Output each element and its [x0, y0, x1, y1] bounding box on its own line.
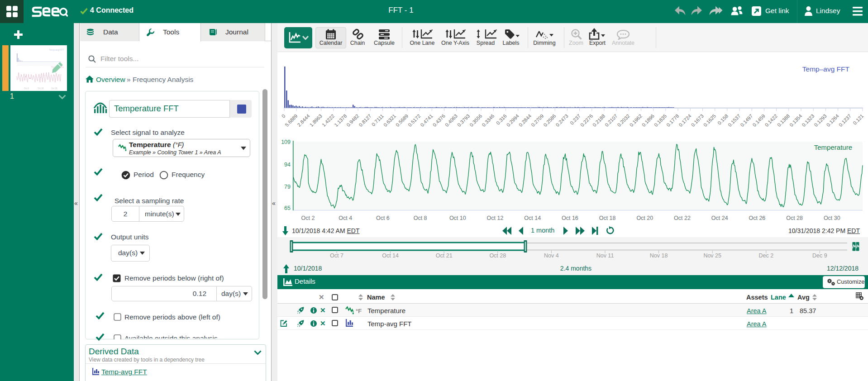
svg-text:Oct 14: Oct 14 [382, 252, 399, 259]
svg-text:Dec 9: Dec 9 [812, 252, 827, 259]
svg-text:Oct 28: Oct 28 [489, 252, 506, 259]
svg-text:Nov 11: Nov 11 [596, 252, 614, 259]
svg-text:Oct 7: Oct 7 [330, 252, 343, 259]
svg-text:Nov 18: Nov 18 [650, 252, 668, 259]
svg-text:Nov 25: Nov 25 [703, 252, 721, 259]
svg-text:Nov 4: Nov 4 [544, 252, 559, 259]
svg-text:Dec 2: Dec 2 [758, 252, 773, 259]
svg-text:Oct 21: Oct 21 [436, 252, 453, 259]
